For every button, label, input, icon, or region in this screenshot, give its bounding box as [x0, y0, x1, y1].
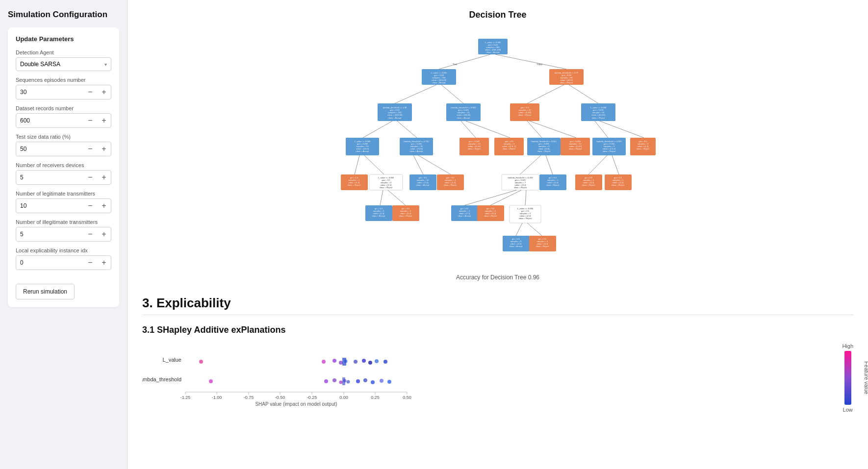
svg-text:class = Reject: class = Reject [444, 184, 457, 186]
dataset-records-label: Dataset records number [16, 105, 111, 111]
svg-line-175 [525, 190, 526, 205]
svg-line-101 [355, 155, 359, 174]
sequences-episodes-increment[interactable]: + [97, 85, 111, 99]
dataset-records-increment[interactable]: + [97, 114, 111, 127]
test-size-row: 50 − + [16, 142, 111, 156]
svg-text:class = Reject: class = Reject [514, 186, 527, 189]
colorbar [844, 351, 851, 405]
svg-line-114 [413, 155, 423, 174]
tree-container: .nb { fill: #5b9bd5; } .no { fill: #e881… [142, 30, 853, 270]
shap-subheading: 3.1 SHapley Additive exPlanations [142, 325, 853, 335]
feature-value-low: Low [843, 407, 853, 413]
svg-text:class = Accept: class = Accept [457, 117, 471, 119]
explicability-section: 3. Explicability 3.1 SHapley Additive ex… [142, 296, 853, 413]
svg-text:-0.25: -0.25 [307, 395, 317, 400]
svg-text:class = Reject: class = Reject [348, 184, 361, 186]
shap-container: L_value lambda_threshold -1.25 -1.00 [142, 343, 853, 413]
rerun-simulation-button[interactable]: Rerun simulation [16, 284, 75, 299]
svg-point-214 [199, 360, 203, 364]
illegit-transmitters-decrement[interactable]: − [83, 227, 97, 241]
svg-text:class = Reject: class = Reject [592, 117, 605, 119]
feature-value-legend: High Low Feature value [837, 343, 853, 413]
svg-point-230 [347, 380, 350, 384]
svg-line-49 [363, 121, 392, 138]
svg-text:-0.75: -0.75 [244, 395, 254, 400]
svg-text:-1.00: -1.00 [212, 395, 222, 400]
svg-line-163 [464, 190, 516, 205]
svg-point-222 [368, 361, 372, 365]
svg-text:class = Accept: class = Accept [372, 215, 386, 217]
svg-text:class = Reject: class = Reject [536, 245, 549, 247]
svg-text:value = [42,62]: value = [42,62] [591, 114, 605, 116]
svg-text:class = Reject: class = Reject [380, 186, 393, 189]
explicability-idx-row: 0 − + [16, 255, 111, 270]
section-divider [142, 315, 853, 315]
explicability-idx-increment[interactable]: + [97, 256, 111, 270]
svg-text:lambda_threshold: lambda_threshold [142, 376, 181, 382]
dataset-records-value: 600 [16, 114, 83, 127]
field-illegit-transmitters: Number of illegitimate transmitters 5 − … [16, 219, 111, 242]
svg-line-120 [418, 155, 451, 174]
svg-point-220 [354, 360, 357, 364]
svg-text:class = Reject: class = Reject [569, 148, 582, 150]
legit-transmitters-label: Number of legitimate transmitters [16, 191, 111, 197]
svg-text:class = Reject: class = Reject [560, 81, 573, 84]
receivers-label: Number of receivers devices [16, 162, 111, 168]
dataset-records-decrement[interactable]: − [83, 114, 97, 127]
svg-line-126 [520, 155, 541, 174]
svg-line-95 [600, 121, 644, 138]
accuracy-text: Accuracy for Decision Tree 0.96 [142, 274, 853, 281]
svg-line-63 [461, 121, 476, 138]
svg-text:class = Accept: class = Accept [410, 150, 424, 152]
svg-line-151 [380, 190, 383, 205]
receivers-decrement[interactable]: − [83, 171, 97, 184]
svg-point-232 [356, 379, 360, 383]
svg-text:class = Reject: class = Reject [399, 215, 412, 217]
legit-transmitters-increment[interactable]: + [97, 199, 111, 213]
receivers-value: 5 [16, 171, 83, 184]
feature-value-label: Feature value [863, 361, 868, 394]
svg-text:class = Reject: class = Reject [468, 148, 481, 150]
illegit-transmitters-increment[interactable]: + [97, 227, 111, 241]
svg-line-145 [612, 155, 619, 174]
field-detection-agent: Detection Agent Double SARSA SARSA Q-Lea… [16, 49, 111, 71]
test-size-decrement[interactable]: − [83, 142, 97, 156]
svg-line-42 [569, 85, 598, 103]
svg-point-225 [209, 379, 213, 383]
svg-text:class = Reject: class = Reject [519, 217, 532, 220]
svg-point-228 [339, 381, 343, 384]
svg-line-22 [395, 85, 436, 103]
svg-line-182 [516, 223, 522, 236]
explicability-idx-value: 0 [16, 256, 83, 269]
field-test-size: Test size data ratio (%) 50 − + [16, 134, 111, 156]
svg-text:class = Reject: class = Reject [603, 150, 616, 152]
svg-point-221 [362, 359, 366, 363]
svg-line-56 [397, 121, 417, 138]
svg-line-157 [388, 190, 406, 205]
svg-text:class = Reject: class = Reject [637, 148, 650, 150]
svg-line-29 [441, 85, 463, 103]
sequences-episodes-decrement[interactable]: − [83, 85, 97, 99]
detection-agent-label: Detection Agent [16, 49, 111, 55]
legit-transmitters-decrement[interactable]: − [83, 199, 97, 213]
test-size-increment[interactable]: + [97, 142, 111, 156]
detection-agent-select[interactable]: Double SARSA SARSA Q-Learning [16, 58, 111, 71]
svg-line-133 [546, 155, 553, 174]
svg-text:0.00: 0.00 [339, 395, 348, 400]
svg-text:0.50: 0.50 [403, 395, 411, 400]
svg-text:SHAP value (impact on model ou: SHAP value (impact on model output) [255, 401, 337, 407]
receivers-increment[interactable]: + [97, 171, 111, 184]
svg-text:class = Reject: class = Reject [546, 184, 560, 186]
svg-text:class = Reject: class = Reject [518, 114, 532, 116]
sequences-episodes-row: 30 − + [16, 85, 111, 99]
main-content: Decision Tree .nb { fill: #5b9bd5; } .no… [128, 0, 868, 469]
svg-point-234 [371, 380, 375, 384]
field-legit-transmitters: Number of legitimate transmitters 10 − + [16, 191, 111, 213]
svg-point-226 [324, 379, 328, 383]
svg-text:class = Accept: class = Accept [486, 51, 500, 53]
test-size-label: Test size data ratio (%) [16, 134, 111, 140]
svg-rect-219 [342, 358, 346, 366]
field-dataset-records: Dataset records number 600 − + [16, 105, 111, 128]
illegit-transmitters-row: 5 − + [16, 227, 111, 242]
explicability-idx-decrement[interactable]: − [83, 256, 97, 270]
